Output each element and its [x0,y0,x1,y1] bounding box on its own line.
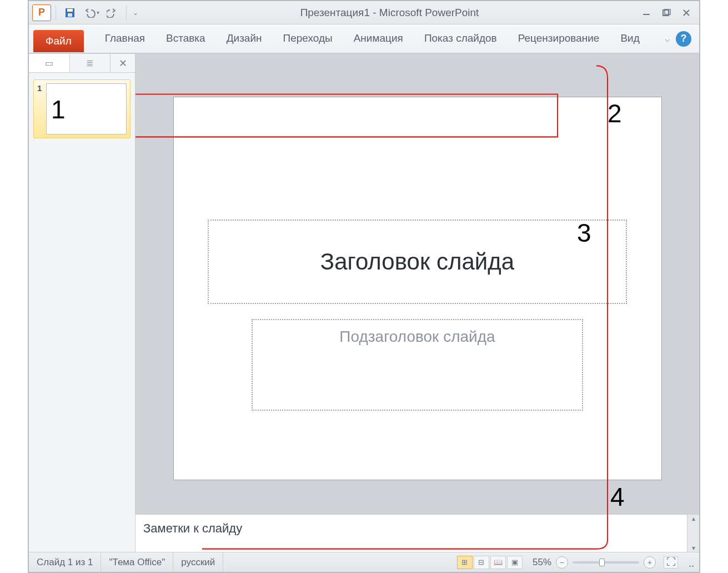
ribbon-collapse-button[interactable]: ⌵ [665,33,670,44]
save-icon [64,7,76,18]
app-window: P ▾ ⌄ Презентация1 - Microsoft PowerPoin… [28,0,700,573]
normal-view-button[interactable]: ⊞ [457,556,473,569]
theme-info: "Тема Office" [101,552,173,572]
slide-info: Слайд 1 из 1 [29,552,101,572]
svg-rect-3 [643,14,650,15]
slide-thumbnail[interactable]: 1 [33,79,130,138]
scroll-down-icon: ▾ [692,544,695,552]
separator [126,6,127,20]
redo-button[interactable] [103,4,122,21]
reading-view-button[interactable]: 📖 [490,556,506,569]
notes-placeholder-text: Заметки к слайду [143,521,242,535]
zoom-slider-thumb[interactable] [599,559,605,566]
help-button[interactable]: ? [676,31,691,47]
workspace: ▭ ≣ ✕ 1 Заголовок слайда Подзаголовок сл [29,53,699,552]
tab-slideshow[interactable]: Показ слайдов [414,28,507,50]
thumbnail-preview [46,83,127,134]
separator [56,6,56,20]
window-controls [639,7,699,19]
svg-rect-1 [67,9,73,12]
thumbnail-number: 1 [37,83,42,93]
app-menu-button[interactable]: P [32,4,51,21]
tab-view[interactable]: Вид [610,28,649,50]
redo-icon [107,8,118,18]
restore-icon [662,9,671,17]
tab-insert[interactable]: Вставка [156,28,215,50]
quick-access-toolbar: P ▾ ⌄ [29,4,140,21]
slideshow-view-button[interactable]: ▣ [507,556,523,569]
ribbon-end: ⌵ ? [651,31,699,47]
qat-customize-button[interactable]: ⌄ [131,4,140,21]
panel-tab-slides[interactable]: ▭ [29,54,70,72]
close-icon [682,9,691,17]
zoom-out-button[interactable]: − [556,556,568,569]
save-button[interactable] [61,4,79,21]
close-button[interactable] [679,7,694,19]
tab-review[interactable]: Рецензирование [508,28,610,50]
powerpoint-p-icon: P [38,7,45,18]
undo-button[interactable]: ▾ [82,4,101,21]
tab-animations[interactable]: Анимация [344,28,413,50]
ribbon-tabs: Файл Главная Вставка Дизайн Переходы Ани… [29,24,699,53]
minimize-button[interactable] [639,7,654,19]
resize-grip-icon[interactable]: ⣀ [684,556,699,568]
svg-rect-2 [68,13,72,17]
language-info[interactable]: русский [173,552,223,572]
panel-tab-outline[interactable]: ≣ [70,54,111,72]
chevron-down-icon: ⌄ [133,9,138,17]
title-placeholder[interactable]: Заголовок слайда [208,220,627,303]
slide-canvas[interactable]: Заголовок слайда Подзаголовок слайда [173,97,662,480]
tab-design[interactable]: Дизайн [217,28,272,50]
window-title: Презентация1 - Microsoft PowerPoint [140,7,639,19]
title-placeholder-text: Заголовок слайда [320,248,514,275]
restore-button[interactable] [659,7,674,19]
thumbnails: 1 [29,73,135,145]
status-bar: Слайд 1 из 1 "Тема Office" русский ⊞ ⊟ 📖… [29,552,699,572]
sorter-view-button[interactable]: ⊟ [474,556,489,569]
undo-icon [83,8,96,18]
panel-tabs: ▭ ≣ ✕ [29,54,135,73]
tab-transitions[interactable]: Переходы [273,28,343,50]
panel-close-button[interactable]: ✕ [111,54,135,72]
slide-canvas-area: Заголовок слайда Подзаголовок слайда [135,54,699,514]
tab-home[interactable]: Главная [95,28,155,50]
minimize-icon [642,9,651,16]
title-bar: P ▾ ⌄ Презентация1 - Microsoft PowerPoin… [29,1,699,24]
subtitle-placeholder-text: Подзаголовок слайда [339,328,495,346]
file-tab[interactable]: Файл [33,30,84,52]
slides-panel: ▭ ≣ ✕ 1 [29,54,135,552]
zoom-slider[interactable] [573,561,639,564]
zoom-percent[interactable]: 55% [533,557,551,568]
notes-pane[interactable]: Заметки к слайду ▴ ▾ [135,514,699,552]
editor-column: Заголовок слайда Подзаголовок слайда Зам… [135,54,699,552]
chevron-down-icon: ▾ [97,9,99,16]
fit-to-window-button[interactable]: ⛶ [664,556,678,569]
zoom-in-button[interactable]: + [644,556,656,569]
zoom-controls: 55% − + ⛶ [527,556,684,569]
scroll-up-icon: ▴ [692,515,695,522]
notes-scrollbar[interactable]: ▴ ▾ [687,515,699,552]
view-buttons: ⊞ ⊟ 📖 ▣ [453,556,527,569]
subtitle-placeholder[interactable]: Подзаголовок слайда [252,319,583,411]
